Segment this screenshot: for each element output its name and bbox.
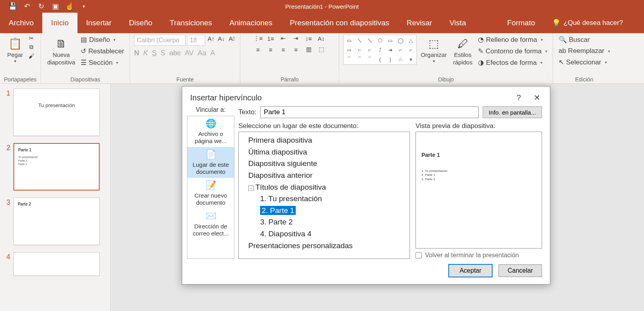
tree-slide-3[interactable]: 3. Parte 2: [241, 216, 407, 228]
tab-animaciones[interactable]: Animaciones: [221, 13, 281, 33]
help-icon[interactable]: ?: [514, 93, 524, 102]
bullets-icon[interactable]: ⋮≡: [254, 35, 263, 42]
return-checkbox[interactable]: [415, 252, 422, 258]
tree-slide-titles[interactable]: −Títulos de diapositiva: [241, 181, 407, 193]
linkopt-file[interactable]: 🌐 Archivo opágina we...: [187, 116, 234, 147]
outdent-icon[interactable]: ⇤: [279, 35, 288, 42]
accept-button[interactable]: Aceptar: [449, 264, 492, 277]
italic-button[interactable]: K: [143, 49, 148, 57]
numbering-icon[interactable]: 1≡: [266, 35, 275, 42]
indent-icon[interactable]: ⇥: [292, 35, 300, 42]
arrange-button[interactable]: ⬚ Organizar▾: [418, 35, 449, 65]
align-right-icon[interactable]: ≡: [279, 46, 288, 53]
return-checkbox-row[interactable]: Volver al terminar la presentación: [415, 252, 542, 259]
screentip-button[interactable]: Info. en pantalla...: [483, 106, 542, 118]
shadow-button[interactable]: S: [161, 49, 165, 57]
tab-formato[interactable]: Formato: [499, 13, 544, 33]
tab-presentacion[interactable]: Presentación con diapositivas: [281, 13, 398, 33]
tab-insertar[interactable]: Insertar: [77, 13, 120, 33]
slide-thumb-4[interactable]: [13, 252, 100, 276]
close-icon[interactable]: ✕: [532, 93, 542, 102]
section-button[interactable]: ☰Sección: [79, 58, 126, 68]
tab-diseno[interactable]: Diseño: [120, 13, 161, 33]
tree-slide-2[interactable]: 2. Parte 1: [241, 205, 407, 217]
cut-icon[interactable]: ✂: [27, 35, 36, 42]
copy-icon[interactable]: ⧉: [27, 43, 36, 51]
slide-thumb-2[interactable]: Parte 1 Tu presentación Parte 1 Parte 2: [13, 143, 100, 190]
thumb-row-2[interactable]: 2 Parte 1 Tu presentación Parte 1 Parte …: [3, 143, 107, 190]
tell-me-placeholder: ¿Qué desea hacer?: [564, 19, 623, 27]
collapse-icon[interactable]: −: [248, 185, 254, 191]
title-bar: 💾 ↶ ↻ ▣ ☝ ▾ Presentación1 - PowerPoint H…: [0, 0, 644, 13]
grow-font-icon[interactable]: A↑: [207, 35, 215, 42]
tree-last-slide[interactable]: Última diapositiva: [241, 146, 407, 158]
quick-access-toolbar: 💾 ↶ ↻ ▣ ☝ ▾: [0, 2, 89, 11]
save-icon[interactable]: 💾: [8, 2, 17, 11]
redo-icon[interactable]: ↻: [36, 2, 46, 11]
thumb-row-1[interactable]: 1 Tu presentación: [3, 89, 107, 136]
linkopt-place[interactable]: 📄 Lugar de estedocumento: [187, 147, 234, 178]
linkopt-mail[interactable]: ✉️ Dirección decorreo elect...: [187, 209, 234, 239]
undo-icon[interactable]: ↶: [22, 2, 32, 11]
group-portapapeles: 📋 Pegar ▾ ✂ ⧉ 🖌 Portapapeles: [0, 33, 41, 83]
align-center-icon[interactable]: ≡: [266, 46, 275, 53]
text-direction-icon[interactable]: A↕: [317, 35, 326, 42]
slide-thumb-3[interactable]: Parte 2: [13, 198, 100, 245]
font-size-input[interactable]: 18: [187, 35, 205, 46]
font-color-button[interactable]: A: [210, 49, 215, 57]
underline-button[interactable]: S: [152, 49, 157, 57]
clear-format-icon[interactable]: A⃠: [227, 35, 236, 42]
paste-button[interactable]: 📋 Pegar ▾: [5, 35, 25, 65]
linkopt-new[interactable]: 📝 Crear nuevodocumento: [187, 178, 234, 209]
columns-icon[interactable]: ▥: [304, 46, 313, 53]
linespacing-icon[interactable]: ↕≡: [304, 35, 313, 42]
shape-effects-button[interactable]: ◑Efectos de forma: [476, 58, 549, 68]
qat-more-icon[interactable]: ▾: [79, 2, 89, 11]
group-edicion: 🔍Buscar abReemplazar ↖Seleccionar Edició…: [553, 33, 616, 83]
thumb-row-3[interactable]: 3 Parte 2: [3, 198, 107, 245]
slide-thumb-1[interactable]: Tu presentación: [13, 89, 100, 136]
tab-inicio[interactable]: Inicio: [42, 13, 77, 33]
tree-first-slide[interactable]: Primera diapositiva: [241, 134, 407, 146]
tree-slide-1[interactable]: 1. Tu presentación: [241, 193, 407, 205]
spacing-button[interactable]: AV: [185, 49, 194, 57]
tree-next-slide[interactable]: Diapositiva siguiente: [241, 158, 407, 170]
layout-button[interactable]: ▤Diseño: [79, 35, 126, 45]
shrink-font-icon[interactable]: A↓: [217, 35, 226, 42]
new-slide-button[interactable]: 🗎 Nueva diapositiva: [45, 35, 78, 67]
shape-fill-button[interactable]: ◔Relleno de forma: [476, 35, 549, 45]
clipboard-icon: 📋: [8, 36, 22, 51]
bold-button[interactable]: N: [134, 49, 139, 57]
tab-transiciones[interactable]: Transiciones: [161, 13, 221, 33]
text-to-display-input[interactable]: [260, 106, 479, 118]
tab-archivo[interactable]: Archivo: [0, 13, 42, 33]
tree-slide-4[interactable]: 4. Diapositiva 4: [241, 228, 407, 240]
tab-vista[interactable]: Vista: [441, 13, 475, 33]
shapes-gallery[interactable]: ▭＼＼⬠▭◯△ ⇨⌐⌐⤴➜⌐⌐ ⌒⌒⌒{}☆▾: [343, 35, 417, 65]
tab-revisar[interactable]: Revisar: [398, 13, 440, 33]
font-name-input[interactable]: Calibri (Cuerpo: [134, 35, 185, 46]
tree-custom-shows[interactable]: Presentaciones personalizadas: [241, 240, 407, 252]
group-label-parrafo: Párrafo: [281, 75, 299, 83]
touch-icon[interactable]: ☝: [65, 2, 74, 11]
document-tree[interactable]: Primera diapositiva Última diapositiva D…: [238, 132, 410, 259]
replace-button[interactable]: abReemplazar: [557, 46, 612, 56]
align-left-icon[interactable]: ≡: [254, 46, 263, 53]
slide-thumbnails: 1 Tu presentación 2 Parte 1 Tu presentac…: [0, 84, 111, 311]
smartart-icon[interactable]: ⬚: [317, 46, 326, 53]
presentation-icon[interactable]: ▣: [51, 2, 60, 11]
tree-prev-slide[interactable]: Diapositiva anterior: [241, 170, 407, 181]
tell-me-search[interactable]: 💡 ¿Qué desea hacer?: [544, 13, 623, 33]
thumb-row-4[interactable]: 4: [3, 252, 107, 276]
strike-button[interactable]: abc: [169, 49, 181, 57]
quick-styles-button[interactable]: 🖊 Estilos rápidos: [451, 35, 475, 67]
case-button[interactable]: Aa: [198, 49, 206, 57]
select-button[interactable]: ↖Seleccionar: [557, 57, 612, 67]
justify-icon[interactable]: ≡: [292, 46, 300, 53]
cancel-button[interactable]: Cancelar: [499, 264, 542, 277]
find-button[interactable]: 🔍Buscar: [557, 35, 612, 45]
group-label-edicion: Edición: [575, 75, 593, 83]
shape-outline-button[interactable]: ✎Contorno de forma: [476, 46, 549, 56]
format-painter-icon[interactable]: 🖌: [27, 52, 36, 59]
reset-button[interactable]: ↺Restablecer: [79, 46, 126, 56]
